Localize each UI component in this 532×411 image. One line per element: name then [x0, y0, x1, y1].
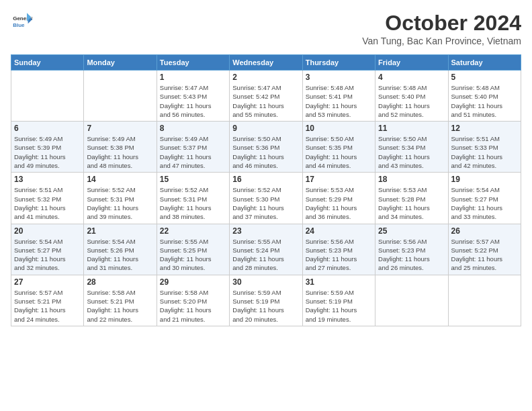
- day-number: 11: [378, 124, 445, 133]
- calendar-cell: 20Sunrise: 5:54 AM Sunset: 5:27 PM Dayli…: [11, 224, 84, 275]
- day-info: Sunrise: 5:53 AM Sunset: 5:29 PM Dayligh…: [306, 185, 372, 221]
- calendar-cell: 13Sunrise: 5:51 AM Sunset: 5:32 PM Dayli…: [11, 173, 84, 224]
- day-info: Sunrise: 5:56 AM Sunset: 5:23 PM Dayligh…: [306, 237, 372, 273]
- day-info: Sunrise: 5:54 AM Sunset: 5:27 PM Dayligh…: [451, 185, 518, 221]
- calendar-cell: [375, 275, 448, 326]
- day-number: 8: [160, 124, 226, 133]
- day-number: 28: [87, 277, 153, 287]
- page-header: General Blue October 2024 Van Tung, Bac …: [11, 11, 521, 46]
- calendar-cell: 26Sunrise: 5:57 AM Sunset: 5:22 PM Dayli…: [448, 224, 521, 275]
- day-info: Sunrise: 5:51 AM Sunset: 5:33 PM Dayligh…: [451, 134, 518, 170]
- day-number: 15: [160, 175, 226, 184]
- day-info: Sunrise: 5:50 AM Sunset: 5:36 PM Dayligh…: [232, 134, 299, 170]
- day-info: Sunrise: 5:59 AM Sunset: 5:19 PM Dayligh…: [306, 288, 372, 324]
- calendar-cell: 18Sunrise: 5:53 AM Sunset: 5:28 PM Dayli…: [375, 173, 448, 224]
- main-title: October 2024: [362, 11, 521, 36]
- day-number: 16: [232, 175, 299, 184]
- day-number: 13: [14, 175, 81, 184]
- calendar-cell: 3Sunrise: 5:48 AM Sunset: 5:41 PM Daylig…: [302, 71, 375, 122]
- calendar-week-4: 20Sunrise: 5:54 AM Sunset: 5:27 PM Dayli…: [11, 224, 521, 275]
- calendar-cell: 8Sunrise: 5:49 AM Sunset: 5:37 PM Daylig…: [157, 122, 229, 173]
- day-number: 30: [232, 277, 299, 287]
- calendar-cell: 11Sunrise: 5:50 AM Sunset: 5:34 PM Dayli…: [375, 122, 448, 173]
- weekday-header-monday: Monday: [84, 55, 157, 71]
- day-number: 25: [378, 226, 445, 236]
- day-info: Sunrise: 5:47 AM Sunset: 5:43 PM Dayligh…: [160, 83, 226, 119]
- calendar-cell: 19Sunrise: 5:54 AM Sunset: 5:27 PM Dayli…: [448, 173, 521, 224]
- calendar-week-3: 13Sunrise: 5:51 AM Sunset: 5:32 PM Dayli…: [11, 173, 521, 224]
- day-number: 24: [306, 226, 372, 236]
- day-number: 19: [451, 175, 518, 184]
- calendar-cell: 25Sunrise: 5:56 AM Sunset: 5:23 PM Dayli…: [375, 224, 448, 275]
- calendar-cell: 9Sunrise: 5:50 AM Sunset: 5:36 PM Daylig…: [230, 122, 302, 173]
- calendar-cell: 2Sunrise: 5:47 AM Sunset: 5:42 PM Daylig…: [230, 71, 302, 122]
- day-number: 20: [14, 226, 81, 236]
- calendar-cell: 17Sunrise: 5:53 AM Sunset: 5:29 PM Dayli…: [302, 173, 375, 224]
- day-number: 10: [306, 124, 372, 133]
- title-block: October 2024 Van Tung, Bac Kan Province,…: [362, 11, 521, 46]
- day-number: 29: [160, 277, 226, 287]
- logo: General Blue: [11, 11, 32, 32]
- svg-text:Blue: Blue: [13, 22, 25, 28]
- day-info: Sunrise: 5:59 AM Sunset: 5:19 PM Dayligh…: [232, 288, 299, 324]
- calendar-cell: 23Sunrise: 5:55 AM Sunset: 5:24 PM Dayli…: [230, 224, 302, 275]
- weekday-header-thursday: Thursday: [302, 55, 375, 71]
- day-number: 31: [306, 277, 372, 287]
- day-info: Sunrise: 5:57 AM Sunset: 5:22 PM Dayligh…: [451, 237, 518, 273]
- day-number: 21: [87, 226, 153, 236]
- day-number: 3: [306, 73, 372, 82]
- calendar-cell: 27Sunrise: 5:57 AM Sunset: 5:21 PM Dayli…: [11, 275, 84, 326]
- day-info: Sunrise: 5:50 AM Sunset: 5:34 PM Dayligh…: [378, 134, 445, 170]
- day-info: Sunrise: 5:54 AM Sunset: 5:26 PM Dayligh…: [87, 237, 153, 273]
- calendar-cell: 1Sunrise: 5:47 AM Sunset: 5:43 PM Daylig…: [157, 71, 229, 122]
- calendar-week-1: 1Sunrise: 5:47 AM Sunset: 5:43 PM Daylig…: [11, 71, 521, 122]
- weekday-header-sunday: Sunday: [11, 55, 84, 71]
- day-info: Sunrise: 5:58 AM Sunset: 5:21 PM Dayligh…: [87, 288, 153, 324]
- calendar-cell: 10Sunrise: 5:50 AM Sunset: 5:35 PM Dayli…: [302, 122, 375, 173]
- day-info: Sunrise: 5:52 AM Sunset: 5:30 PM Dayligh…: [232, 185, 299, 221]
- day-number: 1: [160, 73, 226, 82]
- subtitle: Van Tung, Bac Kan Province, Vietnam: [362, 36, 521, 46]
- day-number: 17: [306, 175, 372, 184]
- day-number: 12: [451, 124, 518, 133]
- day-info: Sunrise: 5:49 AM Sunset: 5:38 PM Dayligh…: [87, 134, 153, 170]
- logo-icon: General Blue: [11, 11, 32, 32]
- day-number: 27: [14, 277, 81, 287]
- day-number: 14: [87, 175, 153, 184]
- day-info: Sunrise: 5:48 AM Sunset: 5:40 PM Dayligh…: [451, 83, 518, 119]
- weekday-header-saturday: Saturday: [448, 55, 521, 71]
- calendar-cell: 22Sunrise: 5:55 AM Sunset: 5:25 PM Dayli…: [157, 224, 229, 275]
- calendar-cell: 7Sunrise: 5:49 AM Sunset: 5:38 PM Daylig…: [84, 122, 157, 173]
- weekday-header-friday: Friday: [375, 55, 448, 71]
- day-info: Sunrise: 5:55 AM Sunset: 5:25 PM Dayligh…: [160, 237, 226, 273]
- calendar-cell: 5Sunrise: 5:48 AM Sunset: 5:40 PM Daylig…: [448, 71, 521, 122]
- day-number: 22: [160, 226, 226, 236]
- day-info: Sunrise: 5:49 AM Sunset: 5:37 PM Dayligh…: [160, 134, 226, 170]
- calendar-cell: 16Sunrise: 5:52 AM Sunset: 5:30 PM Dayli…: [230, 173, 302, 224]
- day-info: Sunrise: 5:53 AM Sunset: 5:28 PM Dayligh…: [378, 185, 445, 221]
- day-info: Sunrise: 5:58 AM Sunset: 5:20 PM Dayligh…: [160, 288, 226, 324]
- calendar-week-5: 27Sunrise: 5:57 AM Sunset: 5:21 PM Dayli…: [11, 275, 521, 326]
- day-info: Sunrise: 5:48 AM Sunset: 5:41 PM Dayligh…: [306, 83, 372, 119]
- calendar-cell: 30Sunrise: 5:59 AM Sunset: 5:19 PM Dayli…: [230, 275, 302, 326]
- day-info: Sunrise: 5:57 AM Sunset: 5:21 PM Dayligh…: [14, 288, 81, 324]
- calendar-week-2: 6Sunrise: 5:49 AM Sunset: 5:39 PM Daylig…: [11, 122, 521, 173]
- day-info: Sunrise: 5:55 AM Sunset: 5:24 PM Dayligh…: [232, 237, 299, 273]
- day-info: Sunrise: 5:52 AM Sunset: 5:31 PM Dayligh…: [160, 185, 226, 221]
- calendar-cell: [448, 275, 521, 326]
- day-number: 5: [451, 73, 518, 82]
- calendar-cell: 29Sunrise: 5:58 AM Sunset: 5:20 PM Dayli…: [157, 275, 229, 326]
- day-info: Sunrise: 5:51 AM Sunset: 5:32 PM Dayligh…: [14, 185, 81, 221]
- day-info: Sunrise: 5:49 AM Sunset: 5:39 PM Dayligh…: [14, 134, 81, 170]
- calendar-cell: 24Sunrise: 5:56 AM Sunset: 5:23 PM Dayli…: [302, 224, 375, 275]
- weekday-header-row: SundayMondayTuesdayWednesdayThursdayFrid…: [11, 55, 521, 71]
- day-number: 23: [232, 226, 299, 236]
- day-number: 9: [232, 124, 299, 133]
- day-info: Sunrise: 5:50 AM Sunset: 5:35 PM Dayligh…: [306, 134, 372, 170]
- day-number: 2: [232, 73, 299, 82]
- weekday-header-tuesday: Tuesday: [157, 55, 229, 71]
- day-info: Sunrise: 5:47 AM Sunset: 5:42 PM Dayligh…: [232, 83, 299, 119]
- day-info: Sunrise: 5:56 AM Sunset: 5:23 PM Dayligh…: [378, 237, 445, 273]
- day-number: 18: [378, 175, 445, 184]
- day-number: 26: [451, 226, 518, 236]
